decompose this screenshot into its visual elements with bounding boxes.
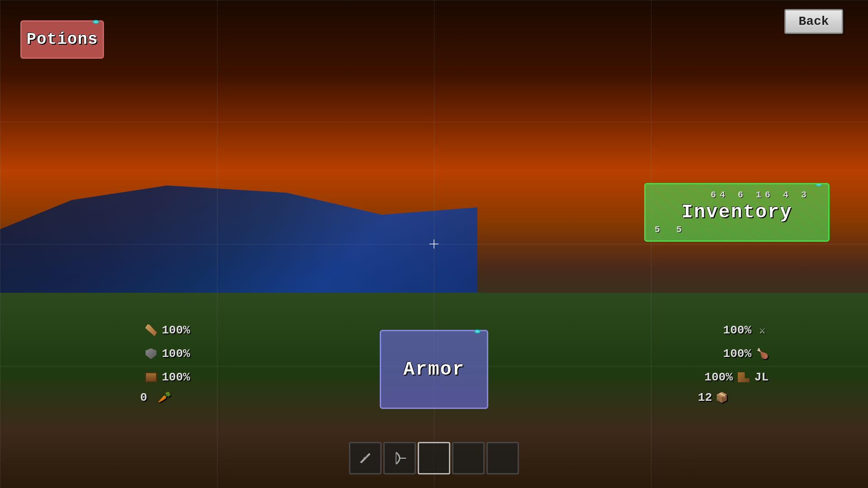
hud-boot-extra: JL [755,371,769,384]
inventory-numbers-top: 64 6 16 4 3 [711,190,810,200]
landscape [0,0,868,488]
sword-icon: ⚔️ [756,324,769,337]
hud-boot-value: 100% [704,371,732,384]
hud-stat-chest: 100% [145,371,190,384]
bow-slot-icon [392,450,408,466]
item-count-icon: 🥕 [158,392,171,404]
potions-pin [93,20,99,24]
hotbar-slot-2[interactable] [383,442,416,474]
hud-stat-tool: 100% [145,324,190,337]
hud-sword-value: 100% [723,324,751,337]
svg-line-0 [361,454,370,463]
armor-pin [474,329,481,333]
bottom-right-count: 12 📦 [698,391,728,404]
hud-stat-boot: 100% JL [704,371,769,384]
hud-right: 100% ⚔️ 100% 🍗 100% JL [704,324,769,384]
hud-shield-value: 100% [162,347,190,361]
item-count-value: 0 [140,391,147,404]
potions-label: Potions [26,30,98,49]
sword-slot-icon [357,450,373,466]
armor-panel[interactable]: Armor [380,330,488,409]
hotbar-slot-5[interactable] [486,442,519,474]
hud-tool-value: 100% [162,324,190,337]
hud-stat-sword: 100% ⚔️ [723,324,769,337]
bottom-right-value: 12 [698,391,712,404]
hud-chest-value: 100% [162,371,190,384]
hotbar-slot-3[interactable] [418,442,450,474]
hud-left: 100% 100% 100% [145,324,190,384]
food-icon: 🍗 [756,347,769,360]
inventory-panel[interactable]: 64 6 16 4 3 5 5 Inventory [644,183,830,242]
boot-icon [737,371,750,384]
item-count: 0 🥕 [140,391,171,404]
hud-food-value: 100% [723,347,751,361]
back-button[interactable]: Back [784,9,843,34]
potions-panel[interactable]: Potions [20,20,104,59]
hud-stat-food: 100% 🍗 [723,347,769,361]
armor-label: Armor [403,359,465,380]
inventory-label: Inventory [682,202,793,223]
shield-icon [145,347,157,360]
hud-stat-shield: 100% [145,347,190,361]
hotbar-slot-1[interactable] [349,442,382,474]
hotbar [349,442,519,474]
inventory-numbers-bottom: 5 5 [655,225,687,235]
tool-icon [145,324,157,337]
bottom-right-icon: 📦 [716,392,728,404]
chest-icon [145,371,157,384]
back-label: Back [798,14,829,28]
hotbar-slot-4[interactable] [452,442,485,474]
